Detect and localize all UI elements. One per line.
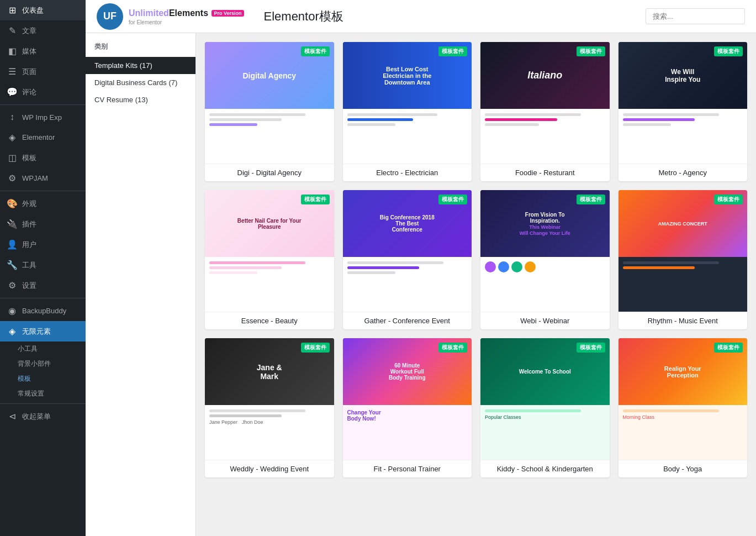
category-digital-business-cards[interactable]: Digital Business Cards (7) [86, 74, 195, 91]
card-title-foodie: Foodie - Resturant [480, 164, 610, 181]
badge-webi: 模板套件 [577, 195, 605, 204]
pages-icon: ☰ [7, 66, 18, 77]
template-card-essence[interactable]: Better Nail Care for YourPleasure 模板套件 E… [205, 190, 334, 329]
badge-electro: 模板套件 [438, 46, 467, 56]
card-title-electro: Electro - Electrician [343, 164, 472, 181]
sidebar-item-templates[interactable]: ◫ 模板 [0, 148, 86, 168]
plugins-icon: 🔌 [7, 219, 18, 229]
page-title: Elementor模板 [264, 8, 343, 25]
template-card-webi[interactable]: From Vision ToInspiration.This WebinarWi… [480, 190, 610, 329]
sidebar-item-dashboard[interactable]: ⊞ 仪表盘 [0, 0, 86, 20]
comments-icon: 💬 [7, 87, 18, 97]
sidebar-item-elementor[interactable]: ◈ Elementor [0, 127, 86, 148]
elementor-icon: ◈ [7, 132, 18, 143]
badge-rhythm: 模板套件 [714, 195, 743, 204]
logo-sub: for Elementor [129, 19, 244, 25]
sidebar: ⊞ 仪表盘 ✎ 文章 ◧ 媒体 ☰ 页面 💬 评论 ↕ WP Imp Exp ◈… [0, 0, 86, 536]
card-thumb-electro: Best Low CostElectrician in theDowntown … [343, 42, 472, 164]
badge-metro: 模板套件 [714, 46, 743, 56]
logo-elements: Elements [169, 8, 208, 18]
media-icon: ◧ [7, 46, 18, 56]
sidebar-item-unlimited[interactable]: ◈ 无限元素 [0, 321, 86, 341]
sidebar-item-posts[interactable]: ✎ 文章 [0, 20, 86, 41]
wpimpexp-icon: ↕ [7, 112, 18, 122]
topbar: UF UnlimitedElements Pro Version for Ele… [86, 0, 756, 33]
logo-text-block: UnlimitedElements Pro Version for Elemen… [129, 7, 244, 25]
grid-area: Digital Agency 模板套件 Digi - Digital Agenc… [196, 33, 756, 536]
sidebar-item-collapse[interactable]: ⊲ 收起菜单 [0, 406, 86, 427]
categories-label: 类别 [86, 42, 195, 57]
category-cv-resume[interactable]: CV Resume (13) [86, 91, 195, 108]
badge-foodie: 模板套件 [577, 46, 605, 56]
card-thumb-foodie: Italiano 模板套件 [480, 42, 610, 164]
main-content: UF UnlimitedElements Pro Version for Ele… [86, 0, 756, 536]
sidebar-item-wpimpexp[interactable]: ↕ WP Imp Exp [0, 107, 86, 127]
badge-body: 模板套件 [714, 343, 743, 353]
card-title-fit: Fit - Personal Trainer [343, 460, 472, 477]
template-card-fit[interactable]: 60 MinuteWorkout FullBody Training Chang… [343, 338, 472, 477]
sidebar-item-pages[interactable]: ☰ 页面 [0, 61, 86, 82]
card-title-rhythm: Rhythm - Music Event [618, 312, 748, 329]
card-title-essence: Essence - Beauty [205, 312, 334, 329]
template-card-digi[interactable]: Digital Agency 模板套件 Digi - Digital Agenc… [205, 42, 334, 181]
sidebar-item-settings[interactable]: ⚙ 设置 [0, 275, 86, 296]
card-thumb-gather: Big Conference 2018The BestConference 模板… [343, 190, 472, 312]
card-title-weddly: Weddly - Wedding Event [205, 460, 334, 477]
category-template-kits[interactable]: Template Kits (17) [86, 57, 195, 74]
logo-unlimited: Unlimited [129, 8, 169, 18]
card-thumb-rhythm: AMAZING CONCERT 模板套件 [618, 190, 748, 312]
template-card-foodie[interactable]: Italiano 模板套件 Foodie - Resturant [480, 42, 610, 181]
wpjam-icon: ⚙ [7, 173, 18, 183]
sidebar-divider [0, 104, 86, 105]
sidebar-item-wpjam[interactable]: ⚙ WPJAM [0, 168, 86, 188]
template-card-metro[interactable]: We WillInspire You 模板套件 Metro - Agency [618, 42, 748, 181]
card-thumb-weddly: Jane &Mark Jane PepperJhon Doe 模板套件 [205, 338, 334, 460]
card-title-metro: Metro - Agency [618, 164, 748, 181]
logo-circle: UF [97, 3, 123, 30]
sidebar-item-users[interactable]: 👤 用户 [0, 234, 86, 255]
card-title-webi: Webi - Webinar [480, 312, 610, 329]
sidebar-sub-bgwidgets[interactable]: 背景小部件 [0, 356, 86, 371]
unlimited-icon: ◈ [7, 326, 18, 337]
templates-grid: Digital Agency 模板套件 Digi - Digital Agenc… [205, 42, 747, 477]
posts-icon: ✎ [7, 25, 18, 36]
logo-pro: Pro Version [210, 7, 244, 18]
card-title-digi: Digi - Digital Agency [205, 164, 334, 181]
card-thumb-essence: Better Nail Care for YourPleasure 模板套件 [205, 190, 334, 312]
sidebar-item-media[interactable]: ◧ 媒体 [0, 41, 86, 61]
sidebar-item-backupbuddy[interactable]: ◉ BackupBuddy [0, 301, 86, 321]
card-title-body: Body - Yoga [618, 460, 748, 477]
templates-icon: ◫ [7, 153, 18, 163]
dashboard-icon: ⊞ [7, 5, 18, 15]
sidebar-sub-smalltools[interactable]: 小工具 [0, 341, 86, 356]
template-card-gather[interactable]: Big Conference 2018The BestConference 模板… [343, 190, 472, 329]
sidebar-sub-moban[interactable]: 模板 [0, 371, 86, 386]
sidebar-sub-generalsettings[interactable]: 常规设置 [0, 386, 86, 401]
sidebar-item-comments[interactable]: 💬 评论 [0, 82, 86, 102]
sidebar-item-plugins[interactable]: 🔌 插件 [0, 214, 86, 234]
sidebar-item-appearance[interactable]: 🎨 外观 [0, 193, 86, 214]
badge-weddly: 模板套件 [301, 343, 330, 353]
badge-essence: 模板套件 [301, 195, 330, 204]
template-card-body[interactable]: Realign YourPerception Morning Class 模板套… [618, 338, 748, 477]
logo-area: UF UnlimitedElements Pro Version for Ele… [97, 3, 244, 30]
search-input[interactable] [646, 8, 745, 24]
body-layout: 类别 Template Kits (17) Digital Business C… [86, 33, 756, 536]
template-card-kiddy[interactable]: Welcome To School Popular Classes 模板套件 K… [480, 338, 610, 477]
users-icon: 👤 [7, 239, 18, 250]
card-thumb-body: Realign YourPerception Morning Class 模板套… [618, 338, 748, 460]
backupbuddy-icon: ◉ [7, 306, 18, 316]
template-card-electro[interactable]: Best Low CostElectrician in theDowntown … [343, 42, 472, 181]
card-thumb-digi: Digital Agency 模板套件 [205, 42, 334, 164]
tools-icon: 🔧 [7, 260, 18, 270]
sidebar-item-tools[interactable]: 🔧 工具 [0, 255, 86, 275]
template-card-weddly[interactable]: Jane &Mark Jane PepperJhon Doe 模板套件 [205, 338, 334, 477]
badge-gather: 模板套件 [438, 195, 467, 204]
sidebar-divider-2 [0, 191, 86, 191]
settings-icon: ⚙ [7, 280, 18, 291]
collapse-icon: ⊲ [7, 411, 18, 422]
sidebar-divider-3 [0, 298, 86, 298]
card-thumb-metro: We WillInspire You 模板套件 [618, 42, 748, 164]
template-card-rhythm[interactable]: AMAZING CONCERT 模板套件 Rhythm - Music Even… [618, 190, 748, 329]
card-thumb-fit: 60 MinuteWorkout FullBody Training Chang… [343, 338, 472, 460]
